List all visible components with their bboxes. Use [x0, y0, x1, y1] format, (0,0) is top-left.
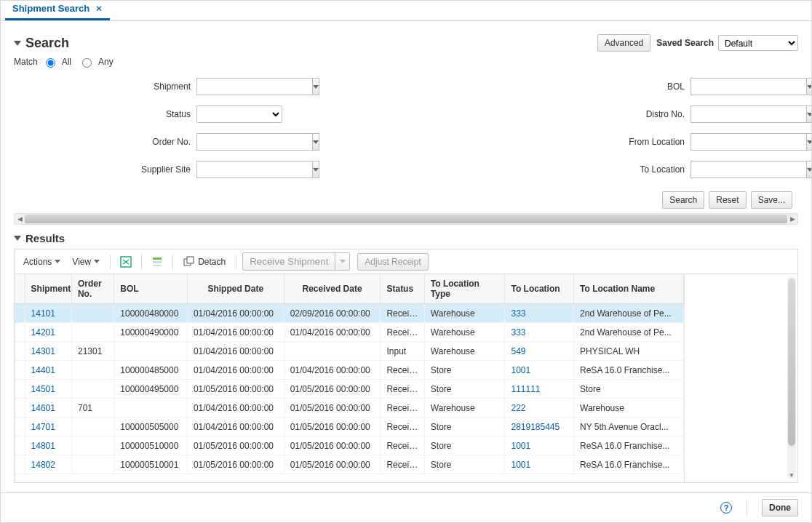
- col-shipped-date[interactable]: Shipped Date: [187, 274, 284, 304]
- close-icon[interactable]: ✕: [95, 4, 103, 14]
- search-button[interactable]: Search: [662, 191, 704, 209]
- scroll-right-icon[interactable]: ▶: [787, 214, 797, 224]
- table-row[interactable]: 1420110000049000001/04/2016 00:00:0001/0…: [15, 323, 684, 342]
- suppliersite-input[interactable]: [196, 161, 312, 178]
- status-select[interactable]: [196, 105, 282, 123]
- col-bol[interactable]: BOL: [114, 274, 188, 304]
- table-row[interactable]: 1410110000048000001/04/2016 00:00:0002/0…: [15, 304, 684, 323]
- to-location-link[interactable]: 2819185445: [511, 422, 560, 432]
- toloc-input[interactable]: [690, 161, 806, 178]
- distrono-lov-button[interactable]: [806, 105, 812, 123]
- bol-lov-button[interactable]: [806, 78, 812, 95]
- actions-menu[interactable]: Actions: [19, 254, 65, 270]
- saved-search-select[interactable]: Default: [718, 35, 798, 51]
- help-icon[interactable]: ?: [720, 502, 732, 514]
- cell-to-loc-type: Store: [424, 436, 505, 455]
- fromloc-input[interactable]: [690, 133, 806, 151]
- shipment-link[interactable]: 14501: [31, 384, 55, 394]
- col-to-loc-name[interactable]: To Location Name: [574, 274, 684, 304]
- shipment-link[interactable]: 14301: [31, 346, 55, 356]
- to-location-link[interactable]: 1001: [511, 441, 530, 451]
- receive-shipment-button[interactable]: Receive Shipment: [242, 252, 350, 271]
- col-order-no[interactable]: Order No.: [71, 274, 114, 304]
- done-button[interactable]: Done: [762, 499, 798, 516]
- scroll-thumb[interactable]: [788, 279, 795, 446]
- to-location-link[interactable]: 333: [511, 327, 525, 338]
- table-row[interactable]: 1480110000051000001/05/2016 00:00:0001/0…: [15, 436, 684, 455]
- receive-shipment-dropdown[interactable]: [335, 252, 350, 271]
- to-location-link[interactable]: 1001: [511, 460, 530, 470]
- to-location-link[interactable]: 111111: [511, 384, 540, 394]
- detach-button[interactable]: Detach: [179, 253, 230, 271]
- to-location-link[interactable]: 1001: [511, 365, 530, 375]
- fromloc-lov-button[interactable]: [806, 133, 812, 151]
- cell-received-date: 01/05/2016 00:00:00: [284, 436, 381, 455]
- scroll-thumb[interactable]: [25, 215, 787, 223]
- cell-to-loc-name: ReSA 16.0 Franchise...: [574, 455, 684, 474]
- table-row[interactable]: 1460170101/04/2016 00:00:0001/05/2016 00…: [15, 399, 684, 418]
- shipment-link[interactable]: 14101: [31, 308, 55, 319]
- shipment-link[interactable]: 14801: [31, 441, 55, 451]
- dropdown-icon: [340, 260, 346, 263]
- to-location-link[interactable]: 222: [511, 403, 525, 413]
- table-row[interactable]: 1440110000048500001/04/2016 00:00:0001/0…: [15, 361, 684, 380]
- shipment-link[interactable]: 14401: [31, 365, 55, 375]
- col-received-date[interactable]: Received Date: [284, 274, 381, 304]
- tab-shipment-search[interactable]: Shipment Search ✕: [5, 0, 110, 20]
- cell-to-loc-name: ReSA 16.0 Franchise...: [574, 436, 684, 455]
- distrono-input[interactable]: [690, 105, 806, 123]
- orderno-lov-button[interactable]: [312, 133, 319, 151]
- disclosure-icon[interactable]: [14, 41, 21, 46]
- svg-rect-1: [153, 257, 162, 260]
- horizontal-scrollbar[interactable]: ◀ ▶: [14, 213, 798, 225]
- cell-received-date: [284, 342, 381, 361]
- col-to-loc-type[interactable]: To Location Type: [424, 274, 505, 304]
- query-by-example-icon[interactable]: [148, 253, 167, 271]
- table-row[interactable]: 1450110000049500001/05/2016 00:00:0001/0…: [15, 380, 684, 399]
- cell-shipped-date: 01/05/2016 00:00:00: [187, 436, 284, 455]
- cell-shipment: 14801: [25, 436, 71, 455]
- cell-bol: [114, 399, 188, 418]
- save-button[interactable]: Save...: [751, 191, 792, 209]
- col-shipment[interactable]: Shipment: [25, 274, 71, 304]
- vertical-scrollbar[interactable]: ▲ ▼: [787, 277, 796, 479]
- scroll-down-icon[interactable]: ▼: [787, 471, 796, 479]
- shipment-link[interactable]: 14802: [31, 460, 55, 470]
- shipment-input[interactable]: [196, 78, 312, 95]
- saved-search-label: Saved Search: [656, 38, 714, 48]
- cell-status: Input: [381, 342, 424, 361]
- orderno-input[interactable]: [196, 133, 312, 151]
- cell-status: Received: [381, 323, 424, 342]
- col-to-loc[interactable]: To Location: [505, 274, 574, 304]
- bol-input[interactable]: [690, 78, 806, 95]
- shipment-link[interactable]: 14201: [31, 327, 55, 338]
- cell-received-date: 01/05/2016 00:00:00: [284, 455, 381, 474]
- view-menu[interactable]: View: [68, 254, 104, 270]
- table-row[interactable]: 1480210000051000101/05/2016 00:00:0001/0…: [15, 455, 684, 474]
- scroll-left-icon[interactable]: ◀: [15, 214, 25, 224]
- cell-shipment: 14301: [25, 342, 71, 361]
- match-any-radio[interactable]: [82, 58, 92, 68]
- export-excel-icon[interactable]: [116, 253, 135, 271]
- match-all-radio[interactable]: [46, 58, 55, 68]
- toloc-lov-button[interactable]: [806, 161, 812, 178]
- advanced-button[interactable]: Advanced: [597, 34, 650, 52]
- col-status[interactable]: Status: [381, 274, 424, 304]
- to-location-link[interactable]: 549: [511, 346, 525, 356]
- reset-button[interactable]: Reset: [709, 191, 746, 209]
- tab-bar: Shipment Search ✕: [1, 1, 811, 21]
- divider: [172, 255, 173, 269]
- adjust-receipt-button[interactable]: Adjust Receipt: [357, 253, 428, 271]
- cell-to-loc-type: Warehouse: [424, 304, 505, 323]
- shipment-lov-button[interactable]: [312, 78, 319, 95]
- cell-shipment: 14101: [25, 304, 71, 323]
- cell-shipment: 14601: [25, 399, 71, 418]
- shipment-link[interactable]: 14601: [31, 403, 55, 413]
- to-location-link[interactable]: 333: [511, 308, 525, 319]
- receive-shipment-label[interactable]: Receive Shipment: [242, 252, 335, 271]
- table-row[interactable]: 143012130101/04/2016 00:00:00InputWareho…: [15, 342, 684, 361]
- disclosure-icon[interactable]: [14, 236, 21, 241]
- table-row[interactable]: 1470110000050500001/04/2016 00:00:0001/0…: [15, 418, 684, 436]
- shipment-link[interactable]: 14701: [31, 422, 55, 432]
- suppliersite-lov-button[interactable]: [312, 161, 319, 178]
